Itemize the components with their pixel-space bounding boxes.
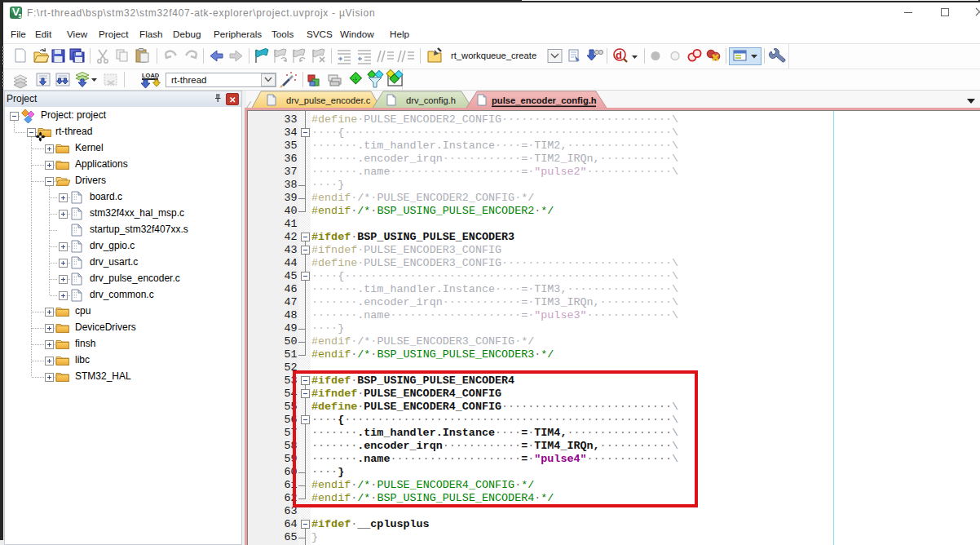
svg-text:rt_workqueue_create: rt_workqueue_create (451, 51, 536, 60)
svg-text:drv_config.h: drv_config.h (406, 95, 456, 105)
svg-text:rt-thread: rt-thread (171, 75, 206, 85)
svg-text:pulse_encoder_config.h: pulse_encoder_config.h (492, 95, 597, 105)
svg-text:5: 5 (19, 13, 22, 19)
svg-text:drv_pulse_encoder.c: drv_pulse_encoder.c (286, 95, 371, 105)
svg-text:LOAD: LOAD (142, 72, 160, 79)
svg-text:d: d (616, 49, 622, 61)
